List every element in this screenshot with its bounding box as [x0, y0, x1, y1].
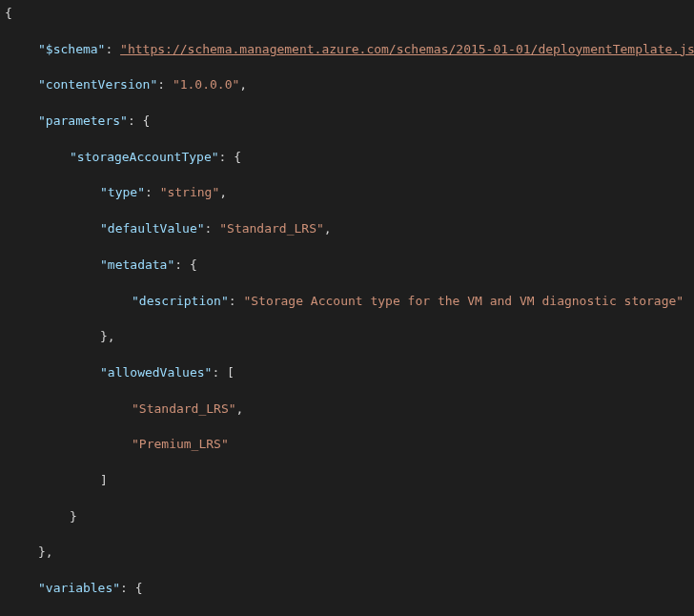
code-line: } — [0, 508, 694, 526]
code-line: "variables": { — [0, 580, 694, 598]
code-line: "Premium_LRS" — [0, 436, 694, 454]
code-line: "metadata": { — [0, 257, 694, 275]
code-line: "$schema": "https://schema.management.az… — [0, 41, 694, 59]
code-line: "type": "string", — [0, 184, 694, 202]
code-line: "description": "Storage Account type for… — [0, 293, 694, 311]
code-line: "storageAccountType": { — [0, 149, 694, 167]
code-line: "allowedValues": [ — [0, 364, 694, 382]
code-line: "Standard_LRS", — [0, 400, 694, 419]
code-line: ] — [0, 472, 694, 490]
code-line: "parameters": { — [0, 113, 694, 131]
code-line: "contentVersion": "1.0.0.0", — [0, 76, 694, 94]
code-editor[interactable]: { "$schema": "https://schema.management.… — [0, 5, 694, 616]
code-line: }, — [0, 328, 694, 346]
code-line: { — [0, 5, 694, 23]
code-line: }, — [0, 544, 694, 562]
code-line: "defaultValue": "Standard_LRS", — [0, 220, 694, 238]
